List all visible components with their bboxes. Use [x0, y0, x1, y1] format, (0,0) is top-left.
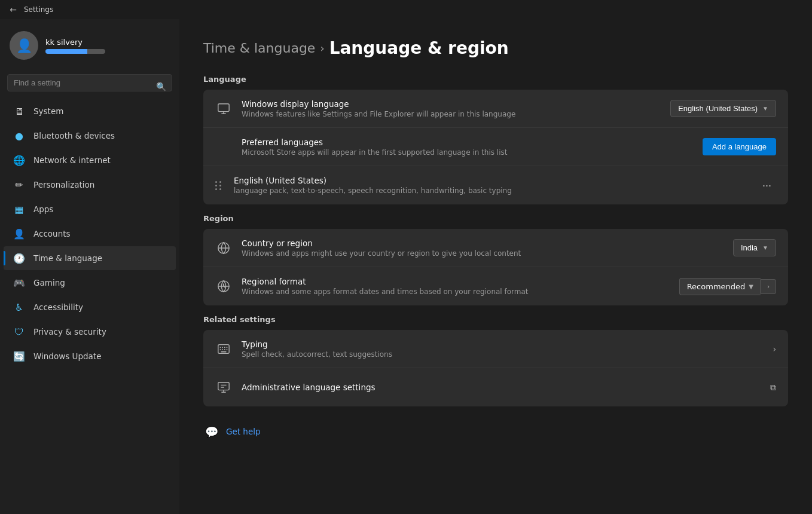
preferred-languages-icon	[215, 139, 232, 155]
region-card: Country or region Windows and apps might…	[203, 229, 788, 305]
sidebar-item-label: Personalization	[33, 180, 94, 189]
sidebar-item-label: Windows Update	[33, 351, 101, 361]
bluetooth-icon: ●	[13, 130, 25, 142]
english-us-more-button[interactable]: ···	[758, 177, 776, 194]
titlebar: ← Settings	[0, 0, 812, 19]
titlebar-title: Settings	[24, 5, 53, 14]
regional-format-title: Regional format	[242, 277, 670, 286]
preferred-languages-control: Add a language	[703, 138, 776, 155]
preferred-languages-title: Preferred languages	[242, 137, 693, 147]
typing-icon	[215, 341, 232, 357]
country-region-desc: Windows and apps might use your country …	[242, 249, 724, 258]
admin-lang-text: Administrative language settings	[242, 383, 761, 392]
region-section-heading: Region	[203, 214, 788, 223]
get-help-label: Get help	[226, 427, 261, 436]
network-icon: 🌐	[13, 154, 25, 166]
back-button[interactable]: ←	[7, 4, 19, 16]
time-language-icon: 🕐	[13, 252, 25, 264]
system-icon: 🖥	[13, 105, 25, 117]
preferred-languages-desc: Microsoft Store apps will appear in the …	[242, 148, 693, 157]
display-language-text: Windows display language Windows feature…	[242, 99, 661, 118]
sidebar-item-label: Accessibility	[33, 302, 83, 312]
user-progress-bar	[45, 49, 105, 54]
accounts-icon: 👤	[13, 228, 25, 240]
gaming-icon: 🎮	[13, 277, 25, 289]
sidebar-item-privacy[interactable]: 🛡 Privacy & security	[4, 320, 176, 344]
sidebar-item-apps[interactable]: ▦ Apps	[4, 197, 176, 221]
sidebar-item-windows-update[interactable]: 🔄 Windows Update	[4, 344, 176, 368]
admin-lang-icon	[215, 379, 232, 396]
avatar: 👤	[10, 31, 38, 60]
svg-rect-0	[218, 103, 229, 111]
privacy-icon: 🛡	[13, 326, 25, 338]
country-region-dropdown[interactable]: India ▼	[733, 239, 776, 256]
admin-lang-title: Administrative language settings	[242, 383, 761, 392]
sidebar-item-label: System	[33, 106, 63, 116]
language-section: Language Windows display language Window…	[203, 75, 788, 204]
display-language-dropdown[interactable]: English (United States) ▼	[670, 100, 776, 117]
breadcrumb-parent[interactable]: Time & language	[203, 41, 315, 56]
sidebar-item-label: Gaming	[33, 278, 65, 287]
related-settings-heading: Related settings	[203, 315, 788, 324]
regional-format-control: Recommended ▼ ›	[679, 278, 776, 295]
typing-control: ›	[773, 344, 776, 354]
language-card: Windows display language Windows feature…	[203, 90, 788, 204]
admin-lang-control: ⧉	[770, 383, 776, 393]
sidebar-item-label: Apps	[33, 204, 53, 214]
recommended-expand-button[interactable]: ›	[761, 279, 776, 294]
english-us-row: English (United States) language pack, t…	[203, 166, 788, 204]
recommended-dropdown: Recommended ▼ ›	[679, 278, 776, 295]
sidebar-item-system[interactable]: 🖥 System	[4, 99, 176, 123]
sidebar: 👤 kk silvery 🔍 🖥 System ● Bluetooth & de…	[0, 19, 179, 514]
sidebar-item-label: Time & language	[33, 253, 102, 263]
preferred-languages-text: Preferred languages Microsoft Store apps…	[242, 137, 693, 157]
country-region-title: Country or region	[242, 238, 724, 248]
apps-icon: ▦	[13, 203, 25, 215]
display-language-icon	[215, 100, 232, 117]
sidebar-item-label: Bluetooth & devices	[33, 131, 115, 140]
svg-rect-19	[218, 383, 229, 390]
country-region-icon	[215, 240, 232, 256]
display-language-desc: Windows features like Settings and File …	[242, 110, 661, 118]
search-icon: 🔍	[156, 82, 166, 91]
sidebar-item-label: Accounts	[33, 229, 71, 238]
add-language-button[interactable]: Add a language	[703, 138, 776, 155]
recommended-dropdown-value[interactable]: Recommended ▼	[679, 278, 761, 295]
get-help-button[interactable]: 💬 Get help	[203, 416, 788, 447]
regional-format-row: Regional format Windows and some apps fo…	[203, 267, 788, 305]
user-profile[interactable]: 👤 kk silvery	[0, 24, 179, 67]
external-link-icon: ⧉	[770, 383, 776, 393]
preferred-languages-row: Preferred languages Microsoft Store apps…	[203, 128, 788, 166]
country-region-text: Country or region Windows and apps might…	[242, 238, 724, 258]
typing-text: Typing Spell check, autocorrect, text su…	[242, 339, 763, 359]
country-region-row: Country or region Windows and apps might…	[203, 229, 788, 267]
sidebar-nav: 🖥 System ● Bluetooth & devices 🌐 Network…	[0, 99, 179, 369]
personalization-icon: ✏️	[13, 179, 25, 191]
sidebar-item-label: Privacy & security	[33, 327, 106, 336]
related-settings-section: Related settings	[203, 315, 788, 406]
user-info: kk silvery	[45, 38, 105, 54]
user-name: kk silvery	[45, 38, 105, 47]
admin-lang-row[interactable]: Administrative language settings ⧉	[203, 368, 788, 406]
breadcrumb-separator: ›	[320, 42, 324, 54]
breadcrumb: Time & language › Language & region	[203, 38, 788, 58]
sidebar-item-personalization[interactable]: ✏️ Personalization	[4, 173, 176, 197]
main-layout: 👤 kk silvery 🔍 🖥 System ● Bluetooth & de…	[0, 19, 812, 514]
regional-format-text: Regional format Windows and some apps fo…	[242, 277, 670, 296]
sidebar-item-accounts[interactable]: 👤 Accounts	[4, 222, 176, 246]
sidebar-item-time-language[interactable]: 🕐 Time & language	[4, 246, 176, 270]
breadcrumb-current: Language & region	[329, 38, 509, 58]
sidebar-item-bluetooth[interactable]: ● Bluetooth & devices	[4, 124, 176, 148]
search-input[interactable]	[7, 74, 172, 91]
search-container: 🔍	[0, 72, 179, 99]
drag-handle	[215, 181, 222, 190]
sidebar-item-network[interactable]: 🌐 Network & internet	[4, 148, 176, 172]
dropdown-arrow-icon: ▼	[762, 105, 768, 112]
sidebar-item-gaming[interactable]: 🎮 Gaming	[4, 271, 176, 295]
region-section: Region Country or region Windows and app…	[203, 214, 788, 305]
sidebar-item-accessibility[interactable]: ♿ Accessibility	[4, 295, 176, 319]
country-region-control: India ▼	[733, 239, 776, 256]
display-language-title: Windows display language	[242, 99, 661, 109]
typing-row[interactable]: Typing Spell check, autocorrect, text su…	[203, 330, 788, 368]
regional-format-icon	[215, 278, 232, 295]
